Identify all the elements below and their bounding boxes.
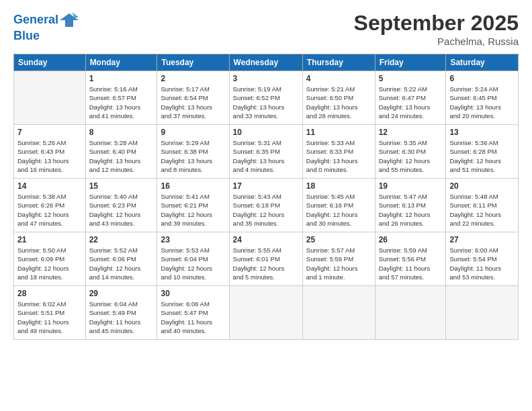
day-info: Sunrise: 5:52 AMSunset: 6:06 PMDaylight:… — [89, 246, 154, 281]
day-info: Sunrise: 5:55 AMSunset: 6:01 PMDaylight:… — [233, 246, 299, 281]
table-row: 29Sunrise: 6:04 AMSunset: 5:49 PMDayligh… — [85, 286, 157, 340]
day-info: Sunrise: 6:06 AMSunset: 5:47 PMDaylight:… — [161, 300, 225, 335]
header-thursday: Thursday — [302, 54, 375, 71]
table-row: 4Sunrise: 5:21 AMSunset: 6:50 PMDaylight… — [302, 71, 375, 125]
day-number: 26 — [379, 235, 443, 244]
day-info: Sunrise: 6:04 AMSunset: 5:49 PMDaylight:… — [89, 300, 154, 335]
day-number: 1 — [89, 74, 154, 83]
day-info: Sunrise: 5:35 AMSunset: 6:30 PMDaylight:… — [379, 138, 443, 174]
day-info: Sunrise: 5:59 AMSunset: 5:56 PMDaylight:… — [379, 246, 443, 281]
day-number: 17 — [233, 181, 299, 191]
table-row: 2Sunrise: 5:17 AMSunset: 6:54 PMDaylight… — [157, 71, 229, 125]
day-number: 30 — [161, 289, 225, 298]
table-row — [302, 286, 375, 340]
table-row: 10Sunrise: 5:31 AMSunset: 6:35 PMDayligh… — [229, 125, 302, 179]
day-info: Sunrise: 5:19 AMSunset: 6:52 PMDaylight:… — [233, 85, 299, 120]
table-row: 24Sunrise: 5:55 AMSunset: 6:01 PMDayligh… — [229, 232, 302, 286]
logo: General Blue — [13, 11, 79, 43]
day-number: 12 — [379, 128, 443, 137]
day-number: 5 — [379, 74, 443, 83]
table-row: 6Sunrise: 5:24 AMSunset: 6:45 PMDaylight… — [446, 71, 519, 125]
day-number: 2 — [161, 74, 225, 83]
day-info: Sunrise: 5:45 AMSunset: 6:16 PMDaylight:… — [306, 192, 371, 228]
table-row: 21Sunrise: 5:50 AMSunset: 6:09 PMDayligh… — [14, 232, 86, 286]
header-row: Sunday Monday Tuesday Wednesday Thursday… — [14, 54, 519, 71]
table-row: 8Sunrise: 5:28 AMSunset: 6:40 PMDaylight… — [85, 125, 157, 179]
day-number: 21 — [17, 235, 82, 244]
day-info: Sunrise: 5:43 AMSunset: 6:18 PMDaylight:… — [233, 192, 299, 228]
calendar-header: Sunday Monday Tuesday Wednesday Thursday… — [14, 54, 519, 71]
header-monday: Monday — [85, 54, 157, 71]
table-row — [446, 286, 519, 340]
day-number: 22 — [89, 235, 154, 244]
day-number: 14 — [17, 181, 82, 191]
day-info: Sunrise: 5:50 AMSunset: 6:09 PMDaylight:… — [17, 246, 82, 281]
day-info: Sunrise: 5:36 AMSunset: 6:28 PMDaylight:… — [449, 138, 515, 174]
day-number: 27 — [449, 235, 515, 244]
table-row: 13Sunrise: 5:36 AMSunset: 6:28 PMDayligh… — [446, 125, 519, 179]
day-number: 18 — [306, 181, 371, 191]
day-number: 10 — [233, 128, 299, 137]
table-row: 1Sunrise: 5:16 AMSunset: 6:57 PMDaylight… — [85, 71, 157, 125]
day-number: 7 — [17, 128, 82, 137]
table-row: 7Sunrise: 5:26 AMSunset: 6:43 PMDaylight… — [14, 125, 86, 179]
day-info: Sunrise: 6:00 AMSunset: 5:54 PMDaylight:… — [449, 246, 515, 281]
day-info: Sunrise: 5:17 AMSunset: 6:54 PMDaylight:… — [161, 85, 225, 120]
table-row: 17Sunrise: 5:43 AMSunset: 6:18 PMDayligh… — [229, 179, 302, 232]
header: General Blue September 2025 Pachelma, Ru… — [13, 11, 519, 47]
day-info: Sunrise: 5:28 AMSunset: 6:40 PMDaylight:… — [89, 138, 154, 174]
day-number: 20 — [449, 181, 515, 191]
day-number: 11 — [306, 128, 371, 137]
logo-bird-icon — [60, 11, 79, 30]
table-row: 11Sunrise: 5:33 AMSunset: 6:33 PMDayligh… — [302, 125, 375, 179]
title-block: September 2025 Pachelma, Russia — [354, 11, 519, 47]
table-row: 5Sunrise: 5:22 AMSunset: 6:47 PMDaylight… — [375, 71, 446, 125]
day-info: Sunrise: 5:21 AMSunset: 6:50 PMDaylight:… — [306, 85, 371, 120]
table-row: 26Sunrise: 5:59 AMSunset: 5:56 PMDayligh… — [375, 232, 446, 286]
table-row: 30Sunrise: 6:06 AMSunset: 5:47 PMDayligh… — [157, 286, 229, 340]
table-row: 15Sunrise: 5:40 AMSunset: 6:23 PMDayligh… — [85, 179, 157, 232]
day-info: Sunrise: 5:48 AMSunset: 6:11 PMDaylight:… — [449, 192, 515, 228]
logo-text-line1: General — [13, 13, 58, 27]
day-info: Sunrise: 5:26 AMSunset: 6:43 PMDaylight:… — [17, 138, 82, 174]
day-number: 25 — [306, 235, 371, 244]
day-number: 6 — [449, 74, 515, 83]
day-number: 24 — [233, 235, 299, 244]
table-row: 3Sunrise: 5:19 AMSunset: 6:52 PMDaylight… — [229, 71, 302, 125]
table-row: 12Sunrise: 5:35 AMSunset: 6:30 PMDayligh… — [375, 125, 446, 179]
table-row — [375, 286, 446, 340]
table-row: 19Sunrise: 5:47 AMSunset: 6:13 PMDayligh… — [375, 179, 446, 232]
day-number: 29 — [89, 289, 154, 298]
header-tuesday: Tuesday — [157, 54, 229, 71]
day-info: Sunrise: 5:33 AMSunset: 6:33 PMDaylight:… — [306, 138, 371, 174]
table-row: 23Sunrise: 5:53 AMSunset: 6:04 PMDayligh… — [157, 232, 229, 286]
page: General Blue September 2025 Pachelma, Ru… — [0, 0, 532, 411]
day-info: Sunrise: 5:24 AMSunset: 6:45 PMDaylight:… — [449, 85, 515, 120]
day-info: Sunrise: 5:22 AMSunset: 6:47 PMDaylight:… — [379, 85, 443, 120]
calendar-body: 1Sunrise: 5:16 AMSunset: 6:57 PMDaylight… — [14, 71, 519, 340]
header-friday: Friday — [375, 54, 446, 71]
day-info: Sunrise: 5:31 AMSunset: 6:35 PMDaylight:… — [233, 138, 299, 174]
header-saturday: Saturday — [446, 54, 519, 71]
day-number: 3 — [233, 74, 299, 83]
day-number: 15 — [89, 181, 154, 191]
day-info: Sunrise: 5:53 AMSunset: 6:04 PMDaylight:… — [161, 246, 225, 281]
table-row: 22Sunrise: 5:52 AMSunset: 6:06 PMDayligh… — [85, 232, 157, 286]
table-row: 20Sunrise: 5:48 AMSunset: 6:11 PMDayligh… — [446, 179, 519, 232]
day-info: Sunrise: 5:57 AMSunset: 5:59 PMDaylight:… — [306, 246, 371, 281]
day-info: Sunrise: 5:47 AMSunset: 6:13 PMDaylight:… — [379, 192, 443, 228]
day-info: Sunrise: 5:41 AMSunset: 6:21 PMDaylight:… — [161, 192, 225, 228]
day-number: 13 — [449, 128, 515, 137]
day-number: 9 — [161, 128, 225, 137]
table-row: 9Sunrise: 5:29 AMSunset: 6:38 PMDaylight… — [157, 125, 229, 179]
day-number: 4 — [306, 74, 371, 83]
day-info: Sunrise: 5:38 AMSunset: 6:26 PMDaylight:… — [17, 192, 82, 228]
header-wednesday: Wednesday — [229, 54, 302, 71]
logo-text-line2: Blue — [13, 30, 40, 43]
table-row: 16Sunrise: 5:41 AMSunset: 6:21 PMDayligh… — [157, 179, 229, 232]
table-row — [14, 71, 86, 125]
day-number: 19 — [379, 181, 443, 191]
day-info: Sunrise: 6:02 AMSunset: 5:51 PMDaylight:… — [17, 300, 82, 335]
location: Pachelma, Russia — [354, 36, 519, 47]
day-number: 23 — [161, 235, 225, 244]
